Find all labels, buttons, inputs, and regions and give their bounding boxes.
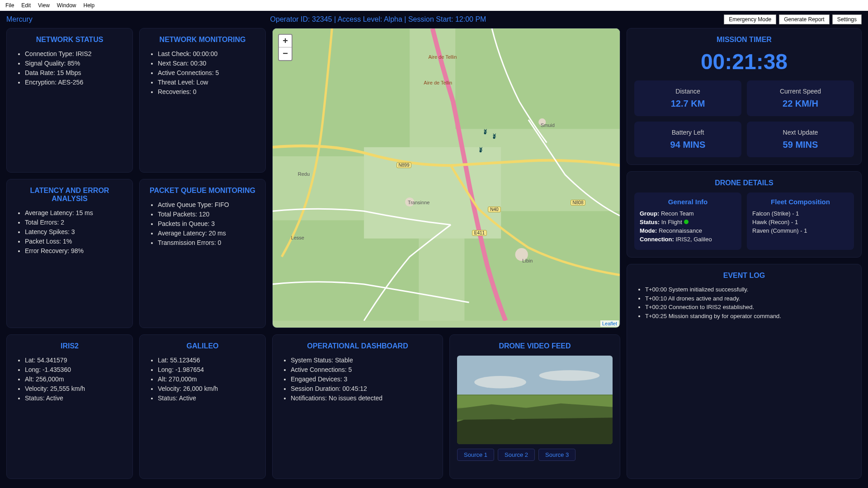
list-item: Latency Spikes: 3	[25, 227, 125, 237]
map-road-label: N40	[488, 206, 500, 212]
value: In Flight	[661, 219, 682, 225]
list-item: Average Latency: 15 ms	[25, 208, 125, 218]
source-1-button[interactable]: Source 1	[457, 449, 494, 461]
video-feed-image	[457, 356, 613, 444]
value: IRIS2, Galileo	[675, 236, 712, 243]
list-item: Last Check: 00:00:00	[158, 49, 258, 59]
stat-label: Distance	[638, 88, 738, 95]
list-item: Lat: 54.341579	[25, 356, 125, 365]
label: Group:	[640, 210, 659, 217]
generate-report-button[interactable]: Generate Report	[779, 14, 829, 24]
list-item: Long: -1.435360	[25, 365, 125, 375]
fleet-item: Falcon (Strike) - 1	[752, 210, 849, 217]
fleet-item: Raven (Commun) - 1	[752, 227, 849, 234]
list-item: Notifications: No issues detected	[291, 394, 435, 403]
zoom-out-button[interactable]: −	[279, 47, 292, 60]
drone-marker-icon	[481, 128, 490, 137]
svg-rect-1	[273, 28, 410, 156]
source-3-button[interactable]: Source 3	[538, 449, 576, 461]
list-item: Recoveries: 0	[158, 87, 258, 97]
card-title: IRIS2	[14, 342, 125, 350]
topbar: Mercury Operator ID: 32345 | Access Leve…	[0, 11, 868, 28]
list-item: Packets in Queue: 3	[158, 219, 258, 229]
list-item: Lat: 55.123456	[158, 356, 258, 365]
list-item: Alt: 270,000m	[158, 375, 258, 384]
list-item: Encryption: AES-256	[25, 78, 125, 87]
map-place-label: Redu	[298, 171, 310, 177]
list-item: Session Duration: 00:45:12	[291, 384, 435, 394]
map-attribution: Leaflet	[600, 320, 619, 327]
zoom-in-button[interactable]: +	[279, 35, 292, 47]
operational-dashboard-card: OPERATIONAL DASHBOARD System Status: Sta…	[272, 334, 443, 479]
list-item: Signal Quality: 85%	[25, 59, 125, 68]
list-item: T+00:20 Connection to IRIS2 established.	[645, 303, 854, 312]
emergency-mode-button[interactable]: Emergency Mode	[724, 14, 776, 24]
event-log-card: EVENT LOG T+00:00 System initialized suc…	[627, 264, 862, 479]
card-title: EVENT LOG	[634, 272, 854, 280]
svg-point-9	[484, 132, 486, 134]
label: Status:	[640, 219, 660, 225]
map-zoom-control: + −	[278, 34, 292, 61]
svg-point-10	[493, 136, 495, 139]
list-item: Velocity: 25,555 km/h	[25, 384, 125, 394]
menu-file[interactable]: File	[2, 2, 18, 9]
svg-point-11	[480, 150, 482, 152]
menu-view[interactable]: View	[34, 2, 53, 9]
svg-rect-2	[455, 28, 620, 129]
stat-battery: Battery Left 94 MINS	[634, 122, 741, 157]
map-road-label: E411	[472, 230, 487, 236]
fleet-composition-subcard: Fleet Composition Falcon (Strike) - 1 Ha…	[747, 192, 854, 250]
list-item: Alt: 256,000m	[25, 375, 125, 384]
menu-edit[interactable]: Edit	[18, 2, 34, 9]
general-info-subcard: General Info Group: Recon Team Status: I…	[634, 192, 741, 250]
list-item: Error Recovery: 98%	[25, 246, 125, 256]
list-item: T+00:00 System initialized successfully.	[645, 285, 854, 294]
drone-details-card: DRONE DETAILS General Info Group: Recon …	[627, 171, 862, 258]
list-item: Status: Active	[158, 394, 258, 403]
galileo-card: GALILEO Lat: 55.123456 Long: -1.987654 A…	[139, 334, 266, 479]
list-item: Next Scan: 00:30	[158, 59, 258, 68]
list-item: Velocity: 26,000 km/h	[158, 384, 258, 394]
menu-window[interactable]: Window	[53, 2, 80, 9]
mission-timer-value: 00:21:38	[634, 49, 854, 74]
map-panel[interactable]: Aire de TellinAire de TellinSmuidReduTra…	[272, 28, 620, 328]
list-item: Total Errors: 2	[25, 218, 125, 227]
status-dot-icon	[684, 220, 689, 224]
stat-label: Current Speed	[750, 88, 850, 95]
card-title: NETWORK MONITORING	[147, 36, 258, 44]
map-place-label: Smuid	[541, 122, 555, 128]
svg-point-16	[539, 370, 600, 381]
drone-marker-icon	[476, 146, 485, 155]
stat-speed: Current Speed 22 KM/H	[747, 80, 854, 116]
card-title: LATENCY AND ERROR ANALYSIS	[14, 187, 125, 203]
stat-value: 22 KM/H	[750, 99, 850, 109]
list-item: Data Rate: 15 Mbps	[25, 68, 125, 78]
list-item: Status: Active	[25, 394, 125, 403]
list-item: T+00:10 All drones active and ready.	[645, 294, 854, 303]
card-title: OPERATIONAL DASHBOARD	[280, 342, 435, 350]
iris2-card: IRIS2 Lat: 54.341579 Long: -1.435360 Alt…	[6, 334, 133, 479]
stat-label: Next Update	[750, 129, 850, 136]
menu-help[interactable]: Help	[80, 2, 99, 9]
drone-marker-icon	[490, 132, 499, 141]
list-item: Packet Loss: 1%	[25, 237, 125, 246]
settings-button[interactable]: Settings	[832, 14, 862, 24]
list-item: Total Packets: 120	[158, 210, 258, 219]
subcard-title: Fleet Composition	[752, 198, 849, 206]
map-place-label: Lesse	[291, 235, 304, 240]
latency-card: LATENCY AND ERROR ANALYSIS Average Laten…	[6, 179, 133, 328]
list-item: Engaged Devices: 3	[291, 375, 435, 384]
list-item: Transmission Errors: 0	[158, 238, 258, 248]
map-place-label: Aire de Tellin	[428, 54, 457, 60]
map-place-label: Libin	[522, 258, 533, 263]
card-title: DRONE VIDEO FEED	[457, 342, 613, 350]
subcard-title: General Info	[640, 198, 736, 206]
list-item: Connection Type: IRIS2	[25, 49, 125, 59]
stat-value: 59 MINS	[750, 140, 850, 150]
source-2-button[interactable]: Source 2	[498, 449, 535, 461]
stat-label: Battery Left	[638, 129, 738, 136]
list-item: System Status: Stable	[291, 356, 435, 365]
label: Connection:	[640, 236, 674, 243]
list-item: T+00:25 Mission standing by for operator…	[645, 312, 854, 321]
card-title: NETWORK STATUS	[14, 36, 125, 44]
